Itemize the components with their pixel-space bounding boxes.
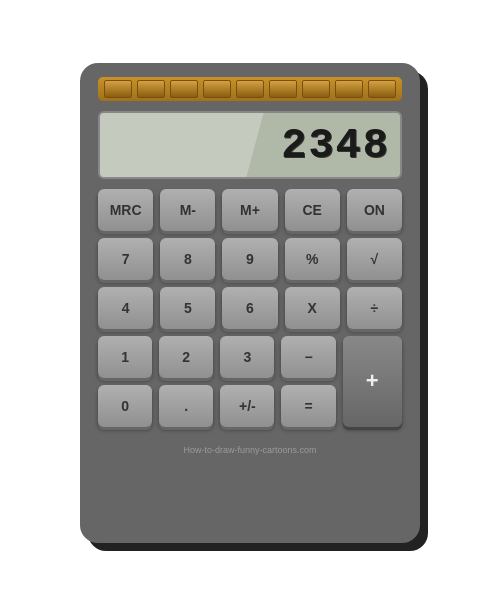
- solar-cell: [104, 80, 132, 98]
- calculator-wrapper: 2348 MRC M- M+ CE ON 7 8 9 % √ 4: [80, 63, 420, 543]
- btn-mminus[interactable]: M-: [160, 189, 215, 231]
- btn-8[interactable]: 8: [160, 238, 215, 280]
- btn-0[interactable]: 0: [98, 385, 152, 427]
- btn-plus[interactable]: +: [343, 336, 402, 427]
- btn-7[interactable]: 7: [98, 238, 153, 280]
- row-456: 4 5 6 X ÷: [98, 287, 402, 329]
- btn-dot[interactable]: .: [159, 385, 213, 427]
- btn-percent[interactable]: %: [285, 238, 340, 280]
- row-memory: MRC M- M+ CE ON: [98, 189, 402, 231]
- display-value: 2348: [110, 119, 390, 167]
- solar-cell: [203, 80, 231, 98]
- buttons-section: MRC M- M+ CE ON 7 8 9 % √ 4 5 6 X ÷: [98, 189, 402, 525]
- solar-cell: [236, 80, 264, 98]
- btn-5[interactable]: 5: [160, 287, 215, 329]
- solar-cell: [170, 80, 198, 98]
- solar-cell: [368, 80, 396, 98]
- row-0dot: 0 . +/- =: [98, 385, 336, 427]
- solar-cell: [335, 80, 363, 98]
- btn-equals[interactable]: =: [281, 385, 335, 427]
- btn-mplus[interactable]: M+: [222, 189, 277, 231]
- row-123-plus: 1 2 3 − 0 . +/- = +: [98, 336, 402, 427]
- btn-plusminus[interactable]: +/-: [220, 385, 274, 427]
- calculator-body: 2348 MRC M- M+ CE ON 7 8 9 % √ 4: [80, 63, 420, 543]
- btn-1[interactable]: 1: [98, 336, 152, 378]
- btn-mrc[interactable]: MRC: [98, 189, 153, 231]
- btn-multiply[interactable]: X: [285, 287, 340, 329]
- solar-cell: [302, 80, 330, 98]
- btn-3[interactable]: 3: [220, 336, 274, 378]
- display-screen: 2348: [98, 111, 402, 179]
- col-right: +: [343, 336, 402, 427]
- solar-cell: [137, 80, 165, 98]
- btn-2[interactable]: 2: [159, 336, 213, 378]
- btn-divide[interactable]: ÷: [347, 287, 402, 329]
- row-123: 1 2 3 −: [98, 336, 336, 378]
- btn-sqrt[interactable]: √: [347, 238, 402, 280]
- btn-on[interactable]: ON: [347, 189, 402, 231]
- btn-ce[interactable]: CE: [285, 189, 340, 231]
- solar-panel: [98, 77, 402, 101]
- btn-4[interactable]: 4: [98, 287, 153, 329]
- btn-6[interactable]: 6: [222, 287, 277, 329]
- btn-9[interactable]: 9: [222, 238, 277, 280]
- btn-minus[interactable]: −: [281, 336, 335, 378]
- row-789: 7 8 9 % √: [98, 238, 402, 280]
- solar-cell: [269, 80, 297, 98]
- col-left: 1 2 3 − 0 . +/- =: [98, 336, 336, 427]
